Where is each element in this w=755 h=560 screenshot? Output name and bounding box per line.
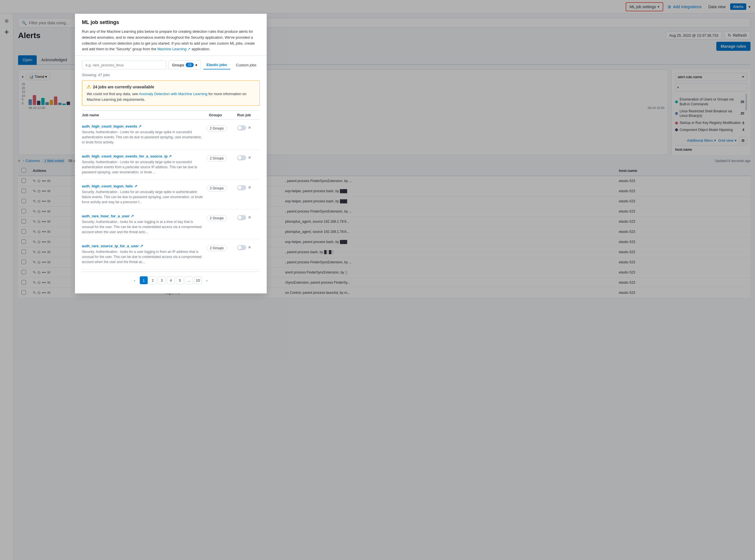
jobs-table: Job name Groups Run job auth_high_count_… [82,111,260,269]
ml-panel-body: Groups 15 ▾ Elastic jobs Custom jobs Sho… [75,56,266,293]
pagination: ‹ 1 2 3 4 5 ... 10 › [82,272,260,289]
groups-tag: 2 Groups [207,155,227,161]
job-description: Security: Authentication - Looks for an … [82,159,204,175]
job-groups-cell: 2 Groups [207,154,235,175]
ml-panel-title: ML job settings [82,19,260,25]
close-icon[interactable]: ✕ [248,155,251,160]
page-1-button[interactable]: 1 [140,276,148,284]
jobs-table-header: Job name Groups Run job [82,111,260,120]
job-description: Security: Authentication - Looks for an … [82,129,204,145]
external-link-icon: ↗ [134,184,137,188]
close-icon[interactable]: ✕ [248,245,251,249]
page-ellipsis[interactable]: ... [185,276,193,284]
job-name-link[interactable]: auth_high_count_logon_events ↗ [82,124,204,128]
warning-box: ⚠ 24 jobs are currently unavailable We c… [82,80,260,106]
job-groups-cell: 2 Groups [207,244,235,264]
run-job-toggle[interactable] [237,125,246,131]
toggle-knob [238,126,242,130]
showing-count: Showing: 47 jobs [82,73,260,77]
job-name-link[interactable]: auth_high_count_logon_fails ↗ [82,184,204,188]
toggle-knob [238,245,242,249]
th-run-job: Run job [237,113,260,117]
close-icon[interactable]: ✕ [248,215,251,220]
external-link-icon: ↗ [138,124,141,128]
job-name-link[interactable]: auth_rare_hour_for_a_user ↗ [82,214,204,218]
close-icon[interactable]: ✕ [248,125,251,130]
th-groups: Groups [209,113,237,117]
ml-job-settings-panel: ML job settings Run any of the Machine L… [75,14,267,294]
run-job-cell: ✕ [237,215,260,235]
run-job-toggle[interactable] [237,215,246,220]
run-job-toggle[interactable] [237,245,246,250]
ml-search-input[interactable] [82,61,166,69]
groups-tag: 2 Groups [207,185,227,192]
job-info: auth_high_count_logon_events_for_a_sourc… [82,154,204,175]
jobs-list: auth_high_count_logon_events ↗ Security:… [82,120,260,269]
run-job-cell: ✕ [237,155,260,175]
job-description: Security: Authentication - looks for a u… [82,219,204,235]
groups-tag: 2 Groups [207,245,227,251]
run-job-cell: ✕ [237,125,260,145]
ml-panel-header: ML job settings Run any of the Machine L… [75,14,266,56]
groups-button[interactable]: Groups 15 ▾ [168,60,201,69]
close-icon[interactable]: ✕ [248,185,251,190]
job-info: auth_high_count_logon_fails ↗ Security: … [82,184,204,205]
custom-jobs-tab[interactable]: Custom jobs [233,61,260,69]
page-10-button[interactable]: 10 [194,276,202,284]
job-row: auth_high_count_logon_events_for_a_sourc… [82,149,260,180]
ml-search-row: Groups 15 ▾ Elastic jobs Custom jobs [82,60,260,69]
job-info: auth_rare_hour_for_a_user ↗ Security: Au… [82,214,204,235]
external-link-icon: ↗ [168,154,172,158]
external-link-icon: ↗ [131,214,134,218]
external-link-icon: ↗ [140,244,143,248]
run-job-toggle[interactable] [237,155,246,160]
job-row: auth_rare_hour_for_a_user ↗ Security: Au… [82,209,260,239]
groups-tag: 2 Groups [207,215,227,221]
warning-title: ⚠ 24 jobs are currently unavailable [87,84,255,89]
run-job-cell: ✕ [237,185,260,205]
elastic-jobs-tab[interactable]: Elastic jobs [203,61,231,69]
page-4-button[interactable]: 4 [167,276,175,284]
page-5-button[interactable]: 5 [176,276,184,284]
job-info: auth_rare_source_ip_for_a_user ↗ Securit… [82,244,204,264]
toggle-knob [238,156,242,160]
job-description: Security: Authentication - Looks for an … [82,189,204,205]
job-info: auth_high_count_logon_events ↗ Security:… [82,124,204,145]
run-job-toggle[interactable] [237,185,246,190]
job-groups-cell: 2 Groups [207,184,235,205]
th-job-name: Job name [82,113,209,117]
job-row: auth_high_count_logon_fails ↗ Security: … [82,180,260,209]
groups-chevron-icon: ▾ [195,63,197,67]
warning-body: We could not find any data, see Anomaly … [87,91,255,102]
anomaly-detection-link[interactable]: Anomaly Detection with Machine Learning [139,92,207,96]
groups-tag: 2 Groups [207,125,227,132]
page-2-button[interactable]: 2 [149,276,157,284]
prev-page-button[interactable]: ‹ [131,276,139,284]
next-page-button[interactable]: › [203,276,211,284]
job-name-link[interactable]: auth_high_count_logon_events_for_a_sourc… [82,154,204,158]
job-row: auth_high_count_logon_events ↗ Security:… [82,120,260,149]
page-3-button[interactable]: 3 [158,276,166,284]
job-groups-cell: 2 Groups [207,214,235,235]
toggle-knob [238,216,242,220]
job-description: Security: Authentication - looks for a u… [82,249,204,264]
ml-link[interactable]: Machine Learning ↗ [157,47,191,51]
run-job-cell: ✕ [237,245,260,264]
ml-panel-description: Run any of the Machine Learning jobs bel… [82,29,260,52]
warning-icon: ⚠ [87,84,91,89]
job-groups-cell: 2 Groups [207,124,235,145]
toggle-knob [238,186,242,190]
job-name-link[interactable]: auth_rare_source_ip_for_a_user ↗ [82,244,204,248]
job-row: auth_rare_source_ip_for_a_user ↗ Securit… [82,239,260,269]
